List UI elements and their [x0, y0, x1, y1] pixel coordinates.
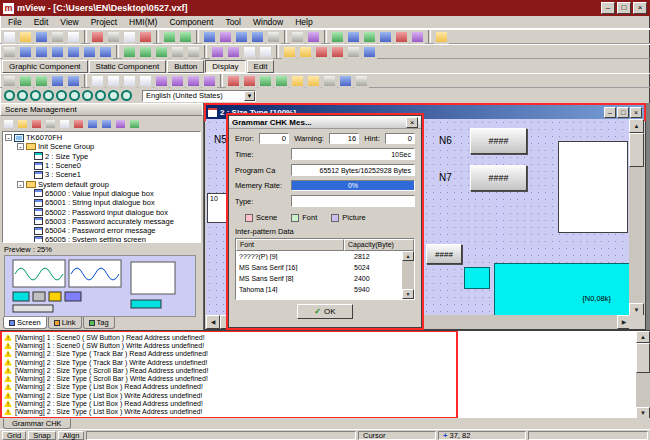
find-icon[interactable] [202, 30, 217, 44]
send-to-back-icon[interactable] [258, 45, 273, 59]
numeric-display-widget[interactable]: #### [470, 165, 527, 191]
child-close-button[interactable]: × [630, 107, 642, 118]
trend-graph-icon[interactable] [258, 74, 273, 88]
sw-button-icon[interactable] [50, 74, 65, 88]
function-button-icon[interactable] [66, 74, 81, 88]
scroll-left-icon[interactable]: ◀ [206, 315, 220, 329]
grammar-check-icon[interactable] [346, 30, 361, 44]
tab-display[interactable]: Display [205, 60, 245, 73]
state-circle-7-icon[interactable] [82, 90, 93, 101]
tree-item-65005[interactable]: 65005 : System setting screen [4, 235, 200, 243]
dialog-titlebar[interactable]: Grammar CHK Mes... × [229, 116, 421, 129]
ungroup-icon[interactable] [226, 45, 241, 59]
zoom-out-icon[interactable] [250, 30, 265, 44]
tree-item-scene1[interactable]: 3 : Scene1 [4, 170, 200, 179]
xy-graph-icon[interactable] [274, 74, 289, 88]
tab-tag[interactable]: Tag [83, 317, 115, 329]
bar-graph-icon[interactable] [242, 74, 257, 88]
warning-row[interactable]: ![Warning] 2 : Size Type ( Scroll Bar ) … [4, 366, 454, 374]
new-icon[interactable] [2, 30, 17, 44]
warning-row[interactable]: ![Warning] 2 : Size Type ( List Box ) Wr… [4, 408, 454, 416]
scrollbar-thumb[interactable] [629, 133, 644, 167]
clock-icon[interactable] [322, 74, 337, 88]
zoom-fit-icon[interactable] [266, 30, 281, 44]
compile-icon[interactable] [330, 30, 345, 44]
string-input-icon[interactable] [106, 74, 121, 88]
numeric-label-n7[interactable]: N7 [439, 172, 452, 183]
cut-icon[interactable] [90, 30, 105, 44]
scale-icon[interactable] [354, 74, 369, 88]
numeric-display-widget[interactable]: #### [470, 128, 527, 154]
tree-item-65002[interactable]: 65002 : Password input dialogue box [4, 207, 200, 216]
language-select[interactable]: English (United States) ▼ [142, 90, 256, 102]
space-vertical-icon[interactable] [186, 45, 201, 59]
align-right-icon[interactable] [50, 45, 65, 59]
minimize-button[interactable]: – [601, 2, 615, 14]
table-row[interactable]: MS Sans Serif [8] 2400 [236, 273, 414, 284]
state-circle-3-icon[interactable] [30, 90, 41, 101]
same-height-icon[interactable] [138, 45, 153, 59]
flip-horizontal-icon[interactable] [314, 45, 329, 59]
flip-vertical-icon[interactable] [330, 45, 345, 59]
menu-edit[interactable]: Edit [28, 17, 55, 27]
maximize-button[interactable]: □ [617, 2, 631, 14]
tab-static-component[interactable]: Static Component [89, 60, 167, 73]
grid-icon[interactable] [290, 30, 305, 44]
align-left-icon[interactable] [18, 45, 33, 59]
string-display-icon[interactable] [138, 74, 153, 88]
numeric-input-icon[interactable] [90, 74, 105, 88]
warning-row[interactable]: ![Warning] 1 : Scene0 ( SW Button ) Read… [4, 333, 454, 341]
font-column-header[interactable]: Font [236, 239, 344, 251]
state-circle-5-icon[interactable] [56, 90, 67, 101]
warning-row[interactable]: ![Warning] 2 : Size Type ( Track Bar ) W… [4, 358, 454, 366]
word-lamp-icon[interactable] [34, 74, 49, 88]
rotate-left-icon[interactable] [282, 45, 297, 59]
scroll-bar-icon[interactable] [170, 74, 185, 88]
collapse-icon[interactable]: - [17, 181, 24, 188]
menu-help[interactable]: Help [289, 17, 318, 27]
data-table-icon[interactable] [306, 74, 321, 88]
same-width-icon[interactable] [122, 45, 137, 59]
combo-box-icon[interactable] [202, 74, 217, 88]
list-box-icon[interactable] [186, 74, 201, 88]
align-middle-icon[interactable] [82, 45, 97, 59]
numeric-label-n6[interactable]: N6 [439, 135, 452, 146]
state-circle-9-icon[interactable] [108, 90, 119, 101]
layer-icon[interactable] [362, 45, 377, 59]
cut-scene-icon[interactable] [30, 118, 43, 130]
tree-item-65000[interactable]: 65000 : Value input dialogue box [4, 189, 200, 198]
cyan-display-widget[interactable]: {N0,08k} [494, 263, 630, 316]
capacity-column-header[interactable]: Capacity(Byte) [344, 239, 414, 251]
zoom-in-icon[interactable] [234, 30, 249, 44]
scene-down-icon[interactable] [100, 118, 113, 130]
scroll-up-icon[interactable]: ▲ [629, 119, 644, 133]
meter-icon[interactable] [226, 74, 241, 88]
snap-icon[interactable] [306, 30, 321, 44]
save-icon[interactable] [34, 30, 49, 44]
align-toggle[interactable]: Align [58, 431, 85, 440]
table-scrollbar[interactable]: ▲ ▼ [402, 251, 414, 299]
help-icon[interactable] [434, 30, 449, 44]
warning-row[interactable]: ![Warning] 2 : Size Type ( List Box ) Re… [4, 399, 454, 407]
warning-row[interactable]: ![Warning] 2 : Size Type ( Track Bar ) R… [4, 350, 454, 358]
same-size-icon[interactable] [154, 45, 169, 59]
scene-up-icon[interactable] [86, 118, 99, 130]
dialog-close-icon[interactable]: × [406, 117, 418, 128]
table-row[interactable]: MS Sans Serif [16] 5024 [236, 262, 414, 273]
collapse-icon[interactable]: - [5, 134, 12, 141]
redo-icon[interactable] [178, 30, 193, 44]
scrollbar-thumb[interactable] [636, 343, 650, 373]
bit-lamp-icon[interactable] [18, 74, 33, 88]
copy-scene-icon[interactable] [44, 118, 57, 130]
tab-screen[interactable]: Screen [3, 317, 47, 329]
print-preview-icon[interactable] [66, 30, 81, 44]
snap-toggle[interactable]: Snap [28, 431, 56, 440]
new-group-icon[interactable] [16, 118, 29, 130]
numeric-label-n5[interactable]: N5 [214, 134, 227, 145]
close-button[interactable]: × [633, 2, 647, 14]
tree-item-65004[interactable]: 65004 : Password error message [4, 226, 200, 235]
state-circle-4-icon[interactable] [43, 90, 54, 101]
warning-row[interactable]: ![Warning] 2 : Size Type ( List Box ) Wr… [4, 391, 454, 399]
picture-icon[interactable] [338, 74, 353, 88]
tree-group-system[interactable]: - System default group [4, 179, 200, 188]
